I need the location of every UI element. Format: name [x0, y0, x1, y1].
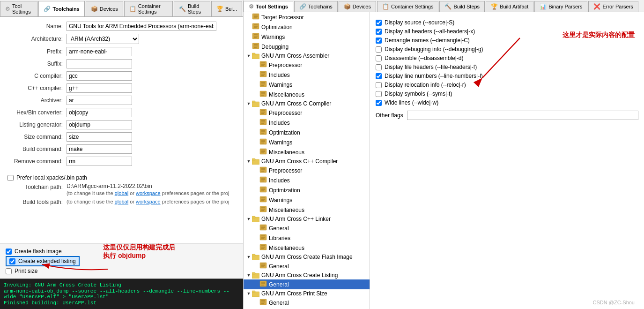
tree-item[interactable]: Preprocessor [244, 60, 370, 70]
tree-expander-icon[interactable]: ▼ [245, 159, 252, 164]
tab-build-steps[interactable]: 🔨 Build Steps [174, 1, 210, 16]
right-tab-container[interactable]: 📋 Container Settings [377, 1, 439, 12]
tree-expander-icon[interactable]: ▼ [245, 291, 252, 296]
prefer-local-checkbox[interactable] [7, 175, 14, 181]
right-tab-build-steps[interactable]: 🔨 Build Steps [439, 1, 485, 12]
archiver-input[interactable] [67, 96, 132, 105]
tree-item[interactable]: ▼GNU Arm Cross Print Size [244, 289, 370, 298]
tree-item[interactable]: Debugging [244, 42, 370, 52]
settings-checkbox-label[interactable]: Display symbols (--syms|-t) [385, 90, 452, 97]
tree-item[interactable]: Miscellaneous [244, 90, 370, 99]
create-flash-label[interactable]: Create flash image [15, 248, 62, 255]
tree-expander-icon[interactable]: ▼ [245, 53, 252, 58]
tree-item[interactable]: ▼GNU Arm Cross Assembler [244, 52, 370, 60]
tree-item[interactable]: Miscellaneous [244, 205, 370, 215]
tree-item[interactable]: Miscellaneous [244, 243, 370, 253]
settings-checkbox[interactable] [376, 46, 382, 53]
tree-item[interactable]: Optimization [244, 185, 370, 195]
settings-checkbox-label[interactable]: Demangle names (--demangle|-C) [385, 37, 470, 44]
tab-devices[interactable]: 📦 Devices [86, 1, 123, 16]
tree-expander-icon[interactable]: ▼ [245, 217, 252, 221]
tree-expander-icon[interactable]: ▼ [245, 101, 252, 106]
prefix-input[interactable] [67, 47, 132, 56]
arch-select[interactable]: ARM (AArch32) [67, 34, 139, 44]
tree-item[interactable]: ▼GNU Arm Cross C++ Compiler [244, 157, 370, 166]
tree-item[interactable]: General [244, 279, 370, 289]
listing-gen-input[interactable] [67, 120, 132, 129]
settings-checkbox-label[interactable]: Display relocation info (--reloc|-r) [385, 82, 466, 88]
tree-item[interactable]: ▼GNU Arm Cross C Compiler [244, 99, 370, 108]
right-tab-error[interactable]: ❌ Error Parsers [588, 1, 638, 12]
tree-item[interactable]: Includes [244, 118, 370, 128]
settings-checkbox[interactable] [376, 73, 382, 79]
create-listing-checkbox[interactable] [9, 258, 15, 264]
hex-bin-input[interactable] [67, 108, 132, 117]
global-link2[interactable]: global [115, 199, 128, 204]
settings-checkbox-label[interactable]: Display line numbers (--line-numbers|-l) [385, 73, 483, 79]
tree-item[interactable]: Preprocessor [244, 108, 370, 118]
settings-checkbox[interactable] [376, 91, 382, 97]
settings-checkbox-label[interactable]: Display source (--source|-S) [385, 19, 454, 26]
settings-checkbox[interactable] [376, 20, 382, 26]
tree-item[interactable]: Optimization [244, 128, 370, 137]
prefer-local-label[interactable]: Prefer local xpacks/.bin path [16, 174, 87, 181]
settings-checkbox-label[interactable]: Disassemble (--disassemble|-d) [385, 55, 464, 61]
settings-checkbox-label[interactable]: Wide lines (--wide|-w) [385, 99, 438, 106]
tree-item[interactable]: ▼GNU Arm Cross Create Flash Image [244, 253, 370, 261]
settings-checkbox[interactable] [376, 82, 382, 88]
build-steps-icon: 🔨 [179, 6, 186, 12]
tab-toolchains[interactable]: 🔗 Toolchains [38, 1, 84, 16]
create-listing-label[interactable]: Create extended listing [18, 258, 76, 264]
global-link[interactable]: global [115, 190, 128, 196]
settings-checkbox-label[interactable]: Display all headers (--all-headers|-x) [385, 28, 475, 35]
tab-tool-settings[interactable]: ⚙ Tool Settings [0, 1, 37, 16]
workspace-link[interactable]: workspace [136, 190, 161, 196]
settings-checkbox-label[interactable]: Display file headers (--file-headers|-f) [385, 64, 477, 70]
settings-checkboxes: Display source (--source|-S)Display all … [376, 19, 638, 106]
build-cmd-input[interactable] [67, 144, 132, 154]
suffix-input[interactable] [67, 59, 132, 68]
create-flash-checkbox[interactable] [6, 249, 12, 255]
tree-expander-icon[interactable]: ▼ [245, 255, 252, 259]
tree-item[interactable]: ▼GNU Arm Cross C++ Linker [244, 215, 370, 223]
tree-item[interactable]: Preprocessor [244, 166, 370, 175]
settings-checkbox[interactable] [376, 38, 382, 44]
c-compiler-input[interactable] [67, 71, 132, 81]
tree-item[interactable]: Optimization [244, 22, 370, 32]
size-cmd-input[interactable] [67, 132, 132, 142]
tab-container[interactable]: 📋 Container Settings [124, 1, 173, 16]
tree-item[interactable]: Miscellaneous [244, 147, 370, 157]
right-tab-toolchains[interactable]: 🔗 Toolchains [294, 1, 338, 12]
settings-checkbox-label[interactable]: Display debugging info (--debugging|-g) [385, 46, 483, 53]
tree-expander-icon[interactable]: ▼ [245, 273, 252, 278]
print-size-label[interactable]: Print size [15, 268, 37, 274]
workspace-link2[interactable]: workspace [136, 199, 161, 204]
tree-item[interactable]: Includes [244, 70, 370, 80]
tab-build-artifact[interactable]: 🏆 Bui... [211, 1, 242, 16]
tree-item[interactable]: Warnings [244, 80, 370, 90]
tree-item[interactable]: Target Processor [244, 12, 370, 22]
tree-item[interactable]: Warnings [244, 195, 370, 205]
cpp-compiler-input[interactable] [67, 83, 132, 93]
right-tab-build-artifact[interactable]: 🏆 Build Artifact [486, 1, 533, 12]
name-input[interactable] [67, 22, 216, 31]
right-tab-binary[interactable]: 📊 Binary Parsers [534, 1, 587, 12]
tree-item[interactable]: Libraries [244, 233, 370, 243]
settings-checkbox[interactable] [376, 29, 382, 35]
other-flags-input[interactable] [407, 111, 638, 120]
settings-checkbox[interactable] [376, 100, 382, 106]
tree-item[interactable]: General [244, 223, 370, 233]
tree-item[interactable]: Warnings [244, 32, 370, 42]
right-tab-tool-settings[interactable]: ⚙ Tool Settings [244, 1, 293, 12]
settings-checkbox[interactable] [376, 64, 382, 70]
tree-item[interactable]: General [244, 298, 370, 308]
tree-item-label: Warnings [261, 34, 285, 40]
remove-cmd-input[interactable] [67, 157, 132, 166]
right-tab-devices[interactable]: 📦 Devices [339, 1, 376, 12]
tree-item[interactable]: Includes [244, 175, 370, 185]
tree-item[interactable]: Warnings [244, 137, 370, 147]
tree-item[interactable]: General [244, 261, 370, 271]
tree-item[interactable]: ▼GNU Arm Cross Create Listing [244, 271, 370, 279]
print-size-checkbox[interactable] [6, 268, 12, 274]
settings-checkbox[interactable] [376, 55, 382, 61]
